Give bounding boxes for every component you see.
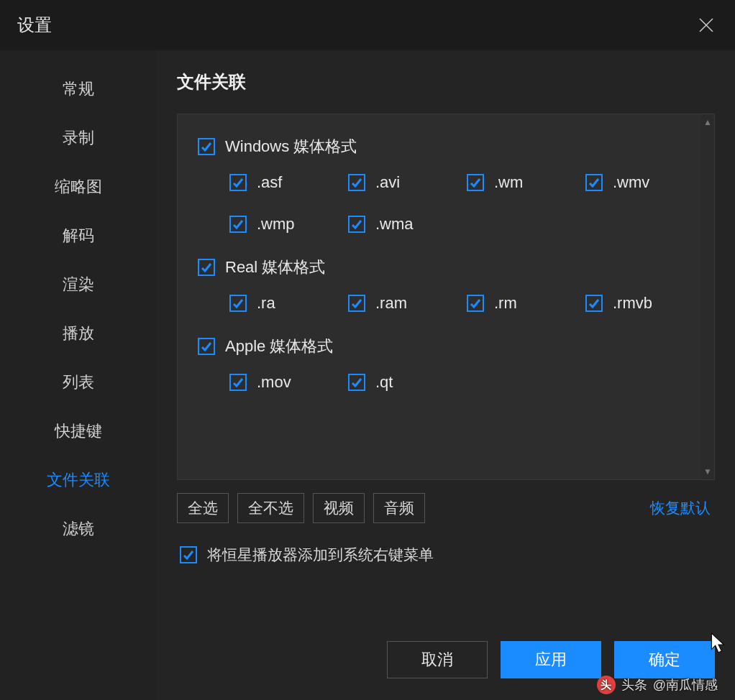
check-icon — [201, 141, 212, 152]
format-group-apple: Apple 媒体格式 .mov .qt — [198, 336, 707, 392]
check-icon — [351, 218, 362, 230]
ext-checkbox-ram[interactable] — [348, 295, 365, 312]
cancel-button[interactable]: 取消 — [387, 641, 488, 678]
check-icon — [232, 177, 244, 188]
close-icon — [698, 17, 714, 33]
sidebar-item-playback[interactable]: 播放 — [0, 309, 157, 358]
ext-checkbox-wm[interactable] — [467, 174, 484, 191]
check-icon — [232, 298, 244, 309]
ext-label: .rmvb — [613, 294, 652, 313]
check-icon — [232, 377, 244, 388]
scroll-down-icon[interactable]: ▼ — [703, 466, 712, 476]
ext-label: .wm — [494, 173, 523, 192]
sidebar-item-hotkey[interactable]: 快捷键 — [0, 407, 157, 456]
check-icon — [201, 341, 212, 352]
ext-label: .avi — [375, 173, 400, 192]
group-checkbox-real[interactable] — [198, 259, 215, 276]
ext-checkbox-rmvb[interactable] — [585, 295, 603, 312]
check-icon — [588, 298, 600, 309]
select-none-button[interactable]: 全不选 — [237, 493, 304, 523]
context-menu-row: 将恒星播放器添加到系统右键菜单 — [177, 545, 715, 565]
restore-default-link[interactable]: 恢复默认 — [650, 498, 715, 518]
check-icon — [201, 262, 212, 273]
ok-button[interactable]: 确定 — [614, 641, 715, 678]
sidebar-item-general[interactable]: 常规 — [0, 65, 157, 114]
sidebar: 常规 录制 缩略图 解码 渲染 播放 列表 快捷键 文件关联 滤镜 — [0, 50, 157, 700]
check-icon — [470, 298, 481, 309]
formats-panel: Windows 媒体格式 .asf .avi .wm .wmv .wmp .wm… — [177, 114, 715, 480]
ext-label: .rm — [494, 294, 517, 313]
close-button[interactable] — [692, 11, 721, 40]
sidebar-item-file-association[interactable]: 文件关联 — [0, 456, 157, 505]
ext-checkbox-wma[interactable] — [348, 216, 365, 233]
titlebar: 设置 — [0, 0, 735, 50]
watermark-logo-icon: 头 — [597, 676, 616, 694]
settings-window: 设置 常规 录制 缩略图 解码 渲染 播放 列表 快捷键 文件关联 滤镜 文件关… — [0, 0, 735, 700]
formats-scroll-content: Windows 媒体格式 .asf .avi .wm .wmv .wmp .wm… — [178, 114, 714, 479]
group-checkbox-apple[interactable] — [198, 338, 215, 355]
context-menu-label: 将恒星播放器添加到系统右键菜单 — [207, 545, 434, 565]
ext-label: .ram — [375, 294, 407, 313]
ext-checkbox-wmv[interactable] — [585, 174, 603, 191]
ext-checkbox-ra[interactable] — [229, 295, 247, 312]
quick-select-row: 全选 全不选 视频 音频 恢复默认 — [177, 493, 715, 523]
apply-button[interactable]: 应用 — [501, 641, 601, 678]
group-label: Real 媒体格式 — [225, 257, 325, 278]
section-title: 文件关联 — [177, 70, 715, 93]
ext-label: .ra — [257, 294, 275, 313]
sidebar-item-render[interactable]: 渲染 — [0, 260, 157, 309]
select-audio-button[interactable]: 音频 — [373, 493, 425, 523]
ext-checkbox-avi[interactable] — [348, 174, 365, 191]
watermark: 头 头条 @南瓜情感 — [597, 676, 718, 694]
ext-checkbox-mov[interactable] — [229, 374, 247, 391]
group-label: Windows 媒体格式 — [225, 136, 357, 157]
ext-label: .wmp — [257, 215, 295, 234]
ext-checkbox-rm[interactable] — [467, 295, 484, 312]
sidebar-item-filter[interactable]: 滤镜 — [0, 505, 157, 553]
check-icon — [351, 177, 362, 188]
scroll-up-icon[interactable]: ▲ — [703, 117, 712, 127]
watermark-brand: 头条 — [621, 676, 647, 694]
check-icon — [470, 177, 481, 188]
context-menu-checkbox[interactable] — [180, 546, 197, 563]
check-icon — [588, 177, 600, 188]
ext-label: .wma — [375, 215, 414, 234]
sidebar-item-list[interactable]: 列表 — [0, 358, 157, 407]
ext-label: .qt — [375, 373, 393, 392]
group-label: Apple 媒体格式 — [225, 336, 333, 357]
ext-checkbox-asf[interactable] — [229, 174, 247, 191]
ext-label: .asf — [257, 173, 282, 192]
check-icon — [183, 549, 194, 561]
select-all-button[interactable]: 全选 — [177, 493, 229, 523]
watermark-author: @南瓜情感 — [653, 676, 718, 694]
scrollbar[interactable]: ▲ ▼ — [701, 114, 714, 479]
ext-label: .mov — [257, 373, 291, 392]
sidebar-item-thumbnail[interactable]: 缩略图 — [0, 162, 157, 211]
window-title: 设置 — [17, 14, 52, 37]
ext-checkbox-qt[interactable] — [348, 374, 365, 391]
format-group-real: Real 媒体格式 .ra .ram .rm .rmvb — [198, 257, 707, 313]
group-checkbox-windows[interactable] — [198, 138, 215, 155]
check-icon — [351, 298, 362, 309]
ext-label: .wmv — [613, 173, 649, 192]
check-icon — [351, 377, 362, 388]
body: 常规 录制 缩略图 解码 渲染 播放 列表 快捷键 文件关联 滤镜 文件关联 — [0, 50, 735, 700]
format-group-windows: Windows 媒体格式 .asf .avi .wm .wmv .wmp .wm… — [198, 136, 707, 234]
check-icon — [232, 218, 244, 230]
select-video-button[interactable]: 视频 — [313, 493, 365, 523]
main-panel: 文件关联 Windows 媒体格式 .asf .avi — [157, 50, 735, 700]
sidebar-item-decode[interactable]: 解码 — [0, 211, 157, 260]
ext-checkbox-wmp[interactable] — [229, 216, 247, 233]
sidebar-item-record[interactable]: 录制 — [0, 114, 157, 162]
